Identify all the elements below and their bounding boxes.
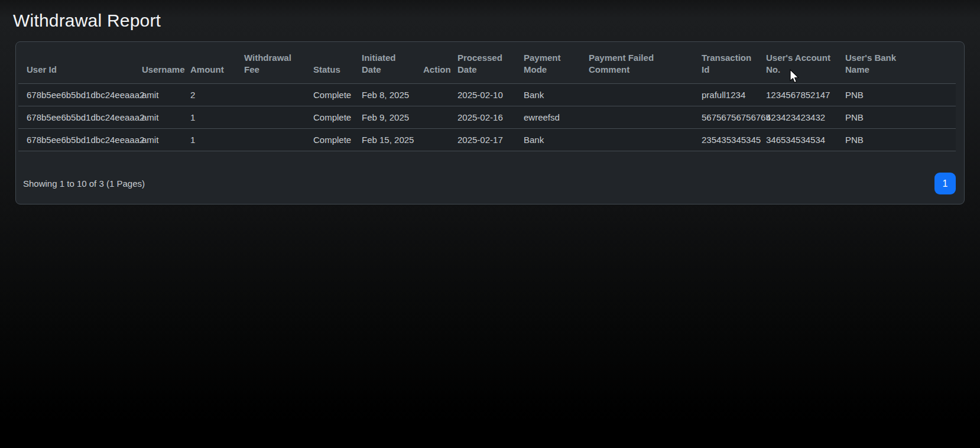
cell-users_account_no: 1234567852147 <box>761 84 841 106</box>
column-header-label: Action <box>423 64 451 76</box>
column-header-users_account_no: User's Account No. <box>761 44 841 84</box>
cell-user_id: 678b5ee6b5bd1dbc24eeaaa2 <box>18 129 137 151</box>
withdrawal-table: User IdUsernameAmountWithdrawal FeeStatu… <box>18 44 956 151</box>
cell-payment_failed_comment <box>584 129 697 151</box>
cell-action <box>418 106 453 129</box>
page: Withdrawal Report User IdUsernameAmountW… <box>0 0 980 204</box>
withdrawal-report-card: User IdUsernameAmountWithdrawal FeeStatu… <box>15 41 965 204</box>
table-footer: Showing 1 to 10 of 3 (1 Pages) 1 <box>18 173 956 194</box>
column-header-label: Withdrawal Fee <box>244 52 298 76</box>
withdrawal-table-wrap: User IdUsernameAmountWithdrawal FeeStatu… <box>18 44 956 151</box>
cell-status: Complete <box>309 106 357 129</box>
cell-initiated_date: Feb 15, 2025 <box>357 129 418 151</box>
cell-username: amit <box>137 129 186 151</box>
cell-username: amit <box>137 84 186 106</box>
cell-initiated_date: Feb 8, 2025 <box>357 84 418 106</box>
cell-status: Complete <box>309 84 357 106</box>
cell-users_bank_name: PNB <box>841 106 956 129</box>
cell-username: amit <box>137 106 186 129</box>
column-header-payment_mode: Payment Mode <box>519 44 584 84</box>
cell-users_account_no: 423423423432 <box>761 106 841 129</box>
column-header-amount: Amount <box>186 44 239 84</box>
table-row: 678b5ee6b5bd1dbc24eeaaa2amit2CompleteFeb… <box>18 84 956 106</box>
column-header-label: User's Bank Name <box>845 52 901 76</box>
cell-users_account_no: 346534534534 <box>761 129 841 151</box>
cell-initiated_date: Feb 9, 2025 <box>357 106 418 129</box>
cell-amount: 1 <box>186 106 239 129</box>
column-header-label: Payment Failed Comment <box>589 52 664 76</box>
cell-amount: 1 <box>186 129 239 151</box>
table-row: 678b5ee6b5bd1dbc24eeaaa2amit1CompleteFeb… <box>18 106 956 129</box>
column-header-processed_date: Processed Date <box>453 44 519 84</box>
page-title: Withdrawal Report <box>13 11 980 31</box>
cell-status: Complete <box>309 129 357 151</box>
cell-payment_failed_comment <box>584 106 697 129</box>
column-header-users_bank_name: User's Bank Name <box>841 44 956 84</box>
cell-action <box>418 129 453 151</box>
column-header-payment_failed_comment: Payment Failed Comment <box>584 44 697 84</box>
cell-users_bank_name: PNB <box>841 129 956 151</box>
column-header-transaction_id: Transaction Id <box>697 44 761 84</box>
table-head: User IdUsernameAmountWithdrawal FeeStatu… <box>18 44 956 84</box>
column-header-initiated_date: Initiated Date <box>357 44 418 84</box>
cell-processed_date: 2025-02-17 <box>453 129 519 151</box>
cell-transaction_id: 56756756756765 <box>697 106 761 129</box>
column-header-username: Username <box>137 44 186 84</box>
cell-withdrawal_fee <box>239 106 309 129</box>
column-header-label: Processed Date <box>457 52 511 76</box>
table-header-row: User IdUsernameAmountWithdrawal FeeStatu… <box>18 44 956 84</box>
column-header-label: Initiated Date <box>362 52 404 76</box>
cell-processed_date: 2025-02-10 <box>453 84 519 106</box>
cell-withdrawal_fee <box>239 84 309 106</box>
pagination-page-1-button[interactable]: 1 <box>934 173 956 194</box>
column-header-action: Action <box>418 44 453 84</box>
column-header-label: User Id <box>27 64 57 76</box>
column-header-label: Status <box>313 64 340 76</box>
pagination: 1 <box>934 173 956 194</box>
column-header-label: Transaction Id <box>702 52 757 76</box>
cell-payment_mode: ewreefsd <box>519 106 584 129</box>
column-header-withdrawal_fee: Withdrawal Fee <box>239 44 309 84</box>
cell-payment_mode: Bank <box>519 84 584 106</box>
column-header-user_id: User Id <box>18 44 137 84</box>
pagination-summary: Showing 1 to 10 of 3 (1 Pages) <box>23 178 145 189</box>
cell-withdrawal_fee <box>239 129 309 151</box>
cell-processed_date: 2025-02-16 <box>453 106 519 129</box>
column-header-label: User's Account No. <box>766 52 836 76</box>
cell-payment_mode: Bank <box>519 129 584 151</box>
column-header-label: Username <box>142 64 185 76</box>
table-body: 678b5ee6b5bd1dbc24eeaaa2amit2CompleteFeb… <box>18 84 956 151</box>
table-row: 678b5ee6b5bd1dbc24eeaaa2amit1CompleteFeb… <box>18 129 956 151</box>
cell-transaction_id: 235435345345 <box>697 129 761 151</box>
cell-action <box>418 84 453 106</box>
column-header-status: Status <box>309 44 357 84</box>
cell-users_bank_name: PNB <box>841 84 956 106</box>
column-header-label: Amount <box>190 64 224 76</box>
column-header-label: Payment Mode <box>524 52 571 76</box>
cell-transaction_id: prafull1234 <box>697 84 761 106</box>
cell-payment_failed_comment <box>584 84 697 106</box>
cell-user_id: 678b5ee6b5bd1dbc24eeaaa2 <box>18 106 137 129</box>
cell-amount: 2 <box>186 84 239 106</box>
cell-user_id: 678b5ee6b5bd1dbc24eeaaa2 <box>18 84 137 106</box>
